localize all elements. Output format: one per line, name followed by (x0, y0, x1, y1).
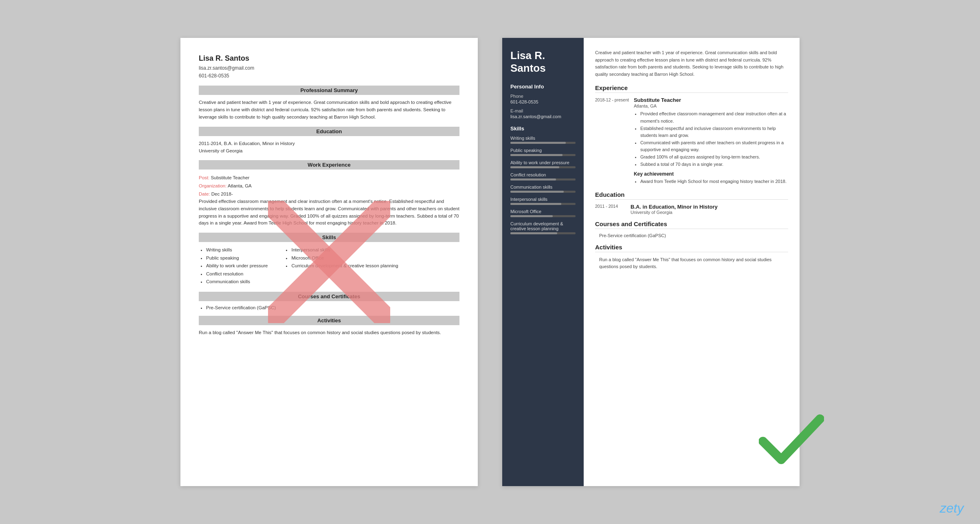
left-name: Lisa R. Santos (199, 54, 459, 63)
skill-name: Microsoft Office (510, 209, 576, 214)
right-exp-date: 2018-12 - present (595, 97, 629, 185)
right-edu-date: 2011 - 2014 (595, 204, 626, 215)
right-cert-item: Pre-Service certification (GaPSC) (599, 233, 788, 238)
right-exp-entry: 2018-12 - present Substitute Teacher Atl… (595, 97, 788, 185)
right-skill-item: Curriculum development & creative lesson… (510, 221, 576, 234)
left-date-label: Date: (199, 192, 211, 196)
left-education-text: 2011-2014, B.A. in Education, Minor in H… (199, 140, 459, 155)
left-course-item: Pre-Service certification (GaPSC) (206, 305, 459, 310)
skill-name: Writing skills (510, 136, 576, 141)
skill-item: Communication skills (206, 278, 268, 286)
skill-item: Writing skills (206, 246, 268, 254)
resume-bad-example: Lisa R. Santos lisa.zr.santos@gmail.com … (180, 38, 478, 486)
skill-item: Ability to work under pressure (206, 262, 268, 270)
right-bullets-list: Provided effective classroom management … (634, 110, 788, 168)
skill-name: Conflict resolution (510, 172, 576, 177)
right-skill-item: Ability to work under pressure (510, 160, 576, 168)
skill-name: Interpersonal skills (510, 197, 576, 202)
right-activities-title: Activities (595, 244, 788, 252)
left-phone: 601-628-0535 (199, 73, 229, 79)
right-edu-degree: B.A. in Education, Minor in History (631, 204, 718, 210)
right-courses-title: Courses and Certificates (595, 220, 788, 229)
right-achievement-bullets: Award from Teetle High School for most e… (634, 178, 788, 185)
skill-bar-bg (510, 178, 576, 181)
left-activities-header: Activities (199, 316, 459, 325)
achievement-item: Award from Teetle High School for most e… (640, 178, 788, 185)
left-org-label: Organization: (199, 183, 228, 188)
left-work-description: Provided effective classroom management … (199, 198, 459, 227)
skill-bar-fill (510, 191, 564, 193)
page-container: Lisa R. Santos lisa.zr.santos@gmail.com … (0, 0, 980, 524)
right-sidebar: Lisa R. Santos Personal Info Phone 601-6… (502, 38, 584, 486)
skill-name: Communication skills (510, 185, 576, 189)
skill-item: Curriculum development & creative lesson… (291, 262, 398, 270)
right-phone-value: 601-628-0535 (510, 99, 576, 104)
bullet-item: Subbed a total of 70 days in a single ye… (640, 161, 788, 168)
bullet-item: Graded 100% of all quizzes assigned by l… (640, 154, 788, 161)
skill-bar-fill (510, 166, 559, 168)
right-phone-label: Phone (510, 94, 576, 99)
right-education-title: Education (595, 191, 788, 200)
right-personal-info-title: Personal Info (510, 84, 576, 90)
skill-item: Interpersonal skills (291, 246, 398, 254)
right-skill-item: Writing skills (510, 136, 576, 144)
right-skills-list: Writing skills Public speaking Ability t… (510, 136, 576, 234)
right-edu-entry: 2011 - 2014 B.A. in Education, Minor in … (595, 204, 788, 215)
left-work-entry: Post: Substitute Teacher Organization: A… (199, 174, 459, 227)
left-contact: lisa.zr.santos@gmail.com 601-628-0535 (199, 64, 459, 80)
right-summary: Creative and patient teacher with 1 year… (595, 49, 788, 78)
skill-bar-fill (510, 154, 563, 156)
left-courses-list: Pre-Service certification (GaPSC) (199, 305, 459, 310)
skill-bar-bg (510, 215, 576, 217)
skill-name: Curriculum development & creative lesson… (510, 221, 576, 231)
skill-item: Public speaking (206, 254, 268, 262)
skill-bar-bg (510, 203, 576, 205)
right-exp-details: Substitute Teacher Atlanta, GA Provided … (634, 97, 788, 185)
left-email: lisa.zr.santos@gmail.com (199, 65, 254, 71)
left-activities-text: Run a blog called "Answer Me This" that … (199, 329, 459, 337)
left-education-header: Education (199, 127, 459, 136)
zety-brand: zety (940, 501, 964, 516)
skill-name: Public speaking (510, 148, 576, 153)
skill-bar-fill (510, 215, 553, 217)
right-skill-item: Communication skills (510, 185, 576, 193)
resume-good-example: Lisa R. Santos Personal Info Phone 601-6… (502, 38, 800, 486)
skill-bar-fill (510, 203, 561, 205)
left-skills-col2: Interpersonal skills Microsoft Office Cu… (284, 246, 398, 286)
right-achievement-title: Key achievement (634, 171, 788, 177)
right-job-title: Substitute Teacher (634, 97, 788, 103)
left-courses-header: Courses and Certificates (199, 292, 459, 301)
right-edu-details: B.A. in Education, Minor in History Univ… (631, 204, 718, 215)
right-skill-item: Interpersonal skills (510, 197, 576, 205)
right-skill-item: Conflict resolution (510, 172, 576, 181)
skill-bar-fill (510, 142, 566, 144)
right-skill-item: Microsoft Office (510, 209, 576, 217)
right-main-content: Creative and patient teacher with 1 year… (584, 38, 800, 486)
right-location: Atlanta, GA (634, 103, 788, 108)
right-skill-item: Public speaking (510, 148, 576, 156)
left-summary-text: Creative and patient teacher with 1 year… (199, 99, 459, 121)
skill-bar-bg (510, 142, 576, 144)
bullet-item: Communicated with parents and other teac… (640, 139, 788, 154)
skill-bar-bg (510, 191, 576, 193)
bullet-item: Established respectful and inclusive cla… (640, 125, 788, 139)
left-summary-header: Professional Summary (199, 86, 459, 95)
skill-bar-bg (510, 166, 576, 168)
right-activities-text: Run a blog called "Answer Me This" that … (599, 256, 788, 271)
left-post-label: Post: (199, 175, 211, 180)
right-email-value: lisa.zr.santos@gmail.com (510, 114, 576, 119)
bullet-item: Provided effective classroom management … (640, 110, 788, 125)
skill-bar-fill (510, 232, 557, 234)
right-sidebar-name: Lisa R. Santos (510, 49, 576, 75)
skill-bar-bg (510, 154, 576, 156)
left-work-header: Work Experience (199, 160, 459, 170)
left-skills-col1: Writing skills Public speaking Ability t… (199, 246, 268, 286)
skill-name: Ability to work under pressure (510, 160, 576, 165)
right-email-label: E-mail (510, 108, 576, 113)
right-edu-school: University of Georgia (631, 210, 718, 215)
skill-item: Conflict resolution (206, 270, 268, 278)
skill-bar-bg (510, 232, 576, 234)
right-skills-title: Skills (510, 125, 576, 132)
right-experience-title: Experience (595, 84, 788, 93)
skill-item: Microsoft Office (291, 254, 398, 262)
